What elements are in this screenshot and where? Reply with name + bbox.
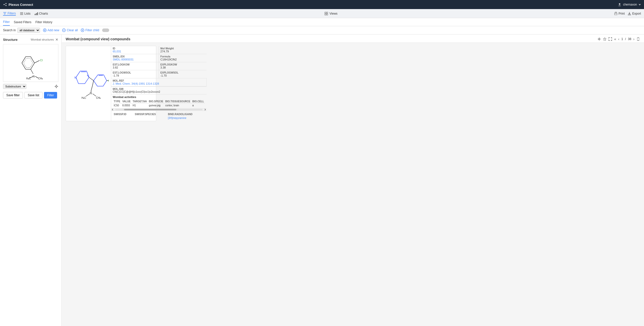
- user-icon: [618, 3, 622, 7]
- plus-circle-icon: [43, 28, 47, 32]
- print-btn[interactable]: Print: [614, 12, 625, 15]
- cell-tissue: cortex; brain: [164, 104, 191, 108]
- clear-all-btn[interactable]: Clear all: [62, 28, 78, 32]
- search-section: Search in all database: [3, 28, 40, 33]
- save-list-btn[interactable]: Save list: [24, 92, 42, 99]
- svg-point-0: [4, 4, 5, 5]
- svg-text:CH₃: CH₃: [96, 96, 101, 99]
- filters-tab[interactable]: Filters: [3, 12, 16, 16]
- svg-rect-13: [36, 13, 37, 15]
- username: chemaxon: [623, 3, 637, 6]
- swissp-header-row: SWISSP.ID SWISSP.SPECIES BIND.RADIOLIGAN…: [113, 112, 205, 116]
- page-separator: /: [625, 37, 626, 41]
- est-logkow-label: EST.LOGKOW: [113, 63, 157, 66]
- est-logwsol-value: -1.78: [113, 74, 157, 77]
- swissp-section: SWISSP.ID SWISSP.SPECIES BIND.RADIOLIGAN…: [111, 111, 207, 121]
- charts-tab[interactable]: Charts: [34, 12, 48, 15]
- filter-panel: Structure Wombat structures ✕ Cl N: [0, 35, 62, 326]
- cell-swissp-id: [113, 116, 134, 120]
- id-value: 65,031: [113, 50, 157, 53]
- svg-point-5: [619, 3, 620, 5]
- substructure-select[interactable]: Substructure Exact Similarity: [3, 84, 26, 89]
- lists-tab[interactable]: Lists: [20, 12, 31, 15]
- tab-filter[interactable]: Filter: [3, 19, 10, 26]
- plexus-icon: [3, 3, 7, 7]
- scroll-left-arrow[interactable]: [112, 109, 114, 111]
- mol-ref-value: J. Med. Chem. 34(4)-1991 1314-1328: [113, 82, 205, 85]
- smdl-idx-cell: SMDL.IDX SMDL-00065031: [111, 54, 159, 62]
- svg-marker-31: [24, 58, 33, 68]
- tab-filter-history[interactable]: Filter History: [35, 19, 52, 25]
- filter-panel-title: Structure: [3, 38, 18, 42]
- content-title: Wombat (compound view) compounds: [66, 37, 130, 41]
- expand-icon[interactable]: [609, 37, 612, 41]
- settings-icon[interactable]: [54, 84, 58, 88]
- toolbar-right: Print Export: [614, 12, 641, 15]
- compound-structure-image: N Cl: [66, 46, 111, 121]
- col-swissp-id: SWISSP.ID: [113, 112, 134, 116]
- scrollbar-track[interactable]: [115, 109, 203, 110]
- svg-point-1: [6, 3, 7, 4]
- sub-toolbar: Filter Saved Filters Filter History: [0, 18, 644, 26]
- clear-all-label: Clear all: [67, 28, 78, 32]
- app-name: Plexus Connect: [9, 3, 33, 7]
- mol-weight-label: Mol Weight: [160, 47, 205, 50]
- formula-cell: Formula C16H19ClN2: [159, 54, 207, 62]
- svg-line-38: [35, 76, 38, 78]
- header-left: Plexus Connect: [3, 3, 33, 7]
- settings2-icon[interactable]: [597, 37, 601, 41]
- cell-type: IC50: [113, 104, 121, 108]
- minus-circle-icon: [62, 28, 66, 32]
- formula-label: Formula: [160, 55, 205, 58]
- filter-child-btn[interactable]: Filter child: [81, 28, 99, 32]
- svg-text:H₃C: H₃C: [26, 77, 31, 79]
- scrollbar-thumb[interactable]: [124, 109, 176, 110]
- save-filter-btn[interactable]: Save filter: [3, 92, 23, 99]
- database-select[interactable]: all database: [17, 28, 40, 33]
- svg-rect-15: [325, 12, 326, 13]
- collapse-icon[interactable]: [636, 37, 640, 41]
- id-cell: ID 65,031: [111, 46, 159, 54]
- first-page-btn[interactable]: «: [614, 37, 616, 41]
- next-page-btn[interactable]: ›: [633, 37, 634, 41]
- print-label: Print: [619, 12, 625, 15]
- svg-text:Cl: Cl: [40, 59, 43, 62]
- charts-label: Charts: [39, 12, 48, 15]
- views-icon: [325, 12, 328, 15]
- star-icon[interactable]: [603, 37, 607, 41]
- est-logkow-cell: EST.LOGKOW 3.82: [111, 62, 159, 70]
- views-btn[interactable]: Views: [325, 12, 338, 15]
- svg-line-54: [89, 77, 94, 81]
- svg-point-2: [6, 5, 7, 6]
- filter-panel-subtitle: Wombat structures: [31, 38, 54, 41]
- svg-point-45: [599, 39, 600, 40]
- add-new-btn[interactable]: Add new: [43, 28, 59, 32]
- col-tissue: BIO.TISSUESOURCE: [164, 100, 191, 104]
- main-toolbar: Filters Lists Charts Views: [0, 9, 644, 18]
- filter-controls: Substructure Exact Similarity: [3, 84, 58, 89]
- filter-btn[interactable]: Filter: [44, 92, 57, 99]
- filter-icon: [3, 12, 7, 15]
- prev-page-btn[interactable]: ‹: [618, 37, 619, 41]
- tab-saved-filters[interactable]: Saved Filters: [14, 19, 31, 25]
- charts-icon: [34, 12, 38, 15]
- list-icon: [20, 12, 23, 15]
- export-btn[interactable]: Export: [628, 12, 641, 15]
- scroll-right-arrow[interactable]: [204, 109, 206, 111]
- svg-rect-14: [37, 12, 38, 15]
- horizontal-scrollbar[interactable]: [111, 108, 207, 111]
- toolbar-left: Filters Lists Charts: [3, 12, 48, 16]
- toggle-switch[interactable]: [102, 28, 109, 32]
- filter-bar: Search in all database Add new Clear all: [0, 26, 644, 35]
- total-pages: 38: [628, 37, 631, 41]
- cell-radioligand: [3H]mepyramine: [167, 116, 205, 120]
- close-filter-btn[interactable]: ✕: [55, 38, 58, 42]
- views-label: Views: [330, 12, 338, 15]
- activities-table: TYPE VALUE TARGET.NA BIO.SPECIE BIO.TISS…: [113, 100, 205, 107]
- main-layout: Structure Wombat structures ✕ Cl N: [0, 35, 644, 326]
- est-logkow-value: 3.82: [113, 66, 157, 69]
- mol-smi-value: CN(C)CC[C@@H](c1ccc(Cl)cc1)c2ccccn2: [113, 90, 205, 93]
- filter-child-icon: [81, 28, 84, 32]
- chevron-down-icon[interactable]: [638, 3, 641, 6]
- smdl-idx-value: SMDL-00065031: [113, 58, 157, 61]
